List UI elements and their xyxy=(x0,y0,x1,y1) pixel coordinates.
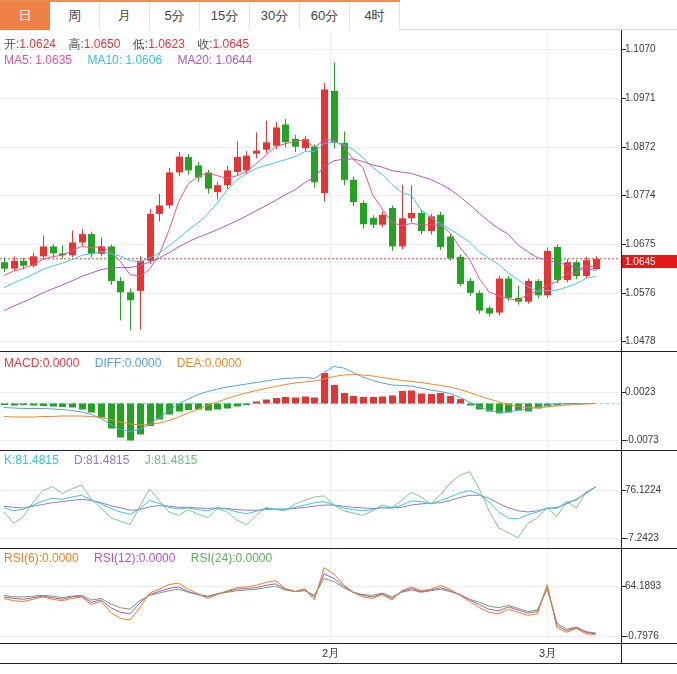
tab-60min[interactable]: 60分 xyxy=(300,2,350,30)
j-value: J:81.4815 xyxy=(145,453,198,467)
timeframe-tabbar: 日 周 月 5分 15分 30分 60分 4时 xyxy=(0,0,677,30)
month-label-mar: 3月 xyxy=(539,646,556,661)
close-value: 1.0645 xyxy=(213,37,250,51)
rsi24-value: RSI(24):0.0000 xyxy=(191,551,272,565)
dea-value: DEA:0.0000 xyxy=(177,356,242,370)
diff-value: DIFF:0.0000 xyxy=(95,356,162,370)
tab-4hour[interactable]: 4时 xyxy=(350,2,400,30)
ma10-legend: MA10: 1.0606 xyxy=(87,53,162,67)
ma20-legend: MA20: 1.0644 xyxy=(177,53,252,67)
price-axis-label: 1.0872 xyxy=(625,141,656,152)
tab-day[interactable]: 日 xyxy=(0,2,50,30)
tab-month[interactable]: 月 xyxy=(100,2,150,30)
macd-axis-label: 0.0023 xyxy=(625,386,656,397)
price-axis-label: 1.0675 xyxy=(625,238,656,249)
rsi-axis-label: 64.1893 xyxy=(625,580,661,591)
kdj-legend: K:81.4815 D:81.4815 J:81.4815 xyxy=(4,453,210,467)
tab-15min[interactable]: 15分 xyxy=(200,2,250,30)
macd-value: MACD:0.0000 xyxy=(4,356,79,370)
macd-legend: MACD:0.0000 DIFF:0.0000 DEA:0.0000 xyxy=(4,356,253,370)
k-value: K:81.4815 xyxy=(4,453,59,467)
close-label: 收: xyxy=(197,37,212,51)
rsi6-value: RSI(6):0.0000 xyxy=(4,551,79,565)
kdj-axis-label: -7.2423 xyxy=(625,532,659,543)
month-label-feb: 2月 xyxy=(322,646,339,661)
ma5-legend: MA5: 1.0635 xyxy=(4,53,72,67)
rsi-legend: RSI(6):0.0000 RSI(12):0.0000 RSI(24):0.0… xyxy=(4,551,284,565)
kdj-axis-label: 76.1224 xyxy=(625,484,661,495)
price-axis-label: 1.1070 xyxy=(625,43,656,54)
price-axis-label: 1.0774 xyxy=(625,189,656,200)
ma-legend: MA5: 1.0635 MA10: 1.0606 MA20: 1.0644 xyxy=(4,53,264,67)
tab-week[interactable]: 周 xyxy=(50,2,100,30)
price-axis-label: 1.0971 xyxy=(625,92,656,103)
tab-5min[interactable]: 5分 xyxy=(150,2,200,30)
rsi12-value: RSI(12):0.0000 xyxy=(94,551,175,565)
current-price-badge: 1.0645 xyxy=(622,255,677,268)
kline-chart-window: { "tabs": [ {"label":"日","active":true},… xyxy=(0,0,677,674)
ohlc-legend: 开:1.0624 高:1.0650 低:1.0623 收:1.0645 xyxy=(4,37,258,51)
d-value: D:81.4815 xyxy=(74,453,129,467)
low-value: 1.0623 xyxy=(148,37,185,51)
rsi-axis-label: -0.7976 xyxy=(625,630,659,641)
open-value: 1.0624 xyxy=(19,37,56,51)
price-axis-label: 1.0478 xyxy=(625,335,656,346)
macd-axis-label: -0.0073 xyxy=(625,434,659,445)
timeframe-tabs: 日 周 月 5分 15分 30分 60分 4时 xyxy=(0,0,400,29)
low-label: 低: xyxy=(133,37,148,51)
tab-30min[interactable]: 30分 xyxy=(250,2,300,30)
chart-canvas[interactable] xyxy=(0,0,677,674)
price-axis-label: 1.0576 xyxy=(625,287,656,298)
high-value: 1.0650 xyxy=(84,37,121,51)
open-label: 开: xyxy=(4,37,19,51)
high-label: 高: xyxy=(68,37,83,51)
